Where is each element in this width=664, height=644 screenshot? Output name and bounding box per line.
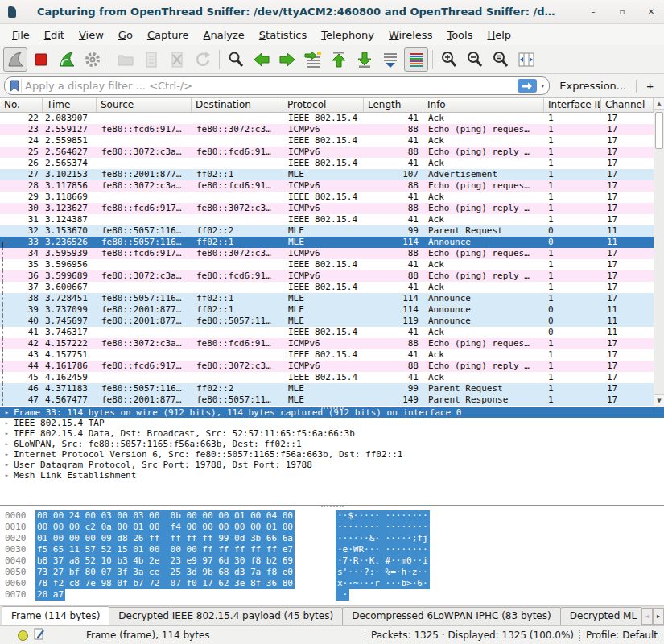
byte-view-tab[interactable]: Decrypted ML: [560, 607, 641, 625]
zoom-out-icon[interactable]: [463, 47, 487, 72]
profile-status[interactable]: Profile: Default: [586, 630, 658, 641]
stop-capture-icon[interactable]: [29, 47, 53, 72]
packet-row[interactable]: 26 2.565374 IEEE 802.15.4 41 Ack 1 17: [0, 158, 654, 169]
auto-scroll-icon[interactable]: [378, 47, 402, 72]
pane-splitter[interactable]: [321, 506, 344, 507]
hex-line[interactable]: 0050 73 27 bf 80 07 3f 3a ce 25 3d 9b 68…: [0, 567, 664, 578]
menu-item[interactable]: Wireless: [381, 27, 439, 43]
column-no[interactable]: No.: [0, 98, 43, 112]
close-icon[interactable]: ✕: [646, 7, 656, 16]
packet-row[interactable]: 44 4.161786 fe80::fcd6:917… fe80::3072:c…: [0, 361, 654, 372]
menu-item[interactable]: View: [72, 27, 111, 43]
expand-arrow-icon[interactable]: ▸: [0, 439, 14, 449]
packet-row[interactable]: 30 3.123627 fe80::fcd6:917… fe80::3072:c…: [0, 203, 654, 214]
expand-arrow-icon[interactable]: ▸: [0, 418, 14, 428]
detail-line[interactable]: ▸ User Datagram Protocol, Src Port: 1978…: [0, 460, 664, 470]
display-filter-field[interactable]: ▾: [4, 76, 550, 95]
packet-row[interactable]: 42 4.157222 fe80::3072:c3a… fe80::fcd6:9…: [0, 338, 654, 349]
expand-arrow-icon[interactable]: ▸: [0, 428, 14, 439]
packet-row[interactable]: 25 2.564627 fe80::3072:c3a… fe80::fcd6:9…: [0, 147, 654, 158]
column-channel[interactable]: Channel: [601, 98, 654, 112]
capture-comment-icon[interactable]: [34, 628, 45, 642]
byte-view-tab[interactable]: Decompressed 6LoWPAN IPHC (83 bytes): [342, 607, 561, 625]
hex-line[interactable]: 0040 b8 37 a8 52 10 b3 4b 2e 23 e9 97 6d…: [0, 555, 664, 567]
go-to-bottom-icon[interactable]: [353, 47, 377, 72]
scrollbar-thumb[interactable]: [655, 112, 663, 149]
menu-item[interactable]: Edit: [37, 27, 72, 43]
add-filter-button[interactable]: +: [641, 79, 660, 93]
column-interface-id[interactable]: Interface ID: [544, 98, 601, 112]
hex-line[interactable]: 0000 00 00 24 00 03 00 03 00 0b 00 00 00…: [0, 510, 664, 522]
go-to-packet-icon[interactable]: [301, 47, 325, 72]
filter-bookmark-icon[interactable]: [7, 79, 22, 93]
packet-row[interactable]: 31 3.124387 IEEE 802.15.4 41 Ack 1 17: [0, 214, 654, 225]
column-protocol[interactable]: Protocol: [283, 98, 364, 112]
detail-line[interactable]: ▸ IEEE 802.15.4 Data, Dst: Broadcast, Sr…: [0, 428, 664, 439]
packet-row[interactable]: 39 3.737099 fe80::2001:877… ff02::1 MLE …: [0, 304, 654, 316]
hex-line[interactable]: 0060 78 f2 c8 7e 98 0f b7 72 07 f0 17 62…: [0, 578, 664, 589]
packet-row[interactable]: 22 2.083907 IEEE 802.15.4 41 Ack 1 17: [0, 113, 654, 124]
close-file-icon[interactable]: [165, 47, 189, 72]
packet-row[interactable]: 33 3.236526 fe80::5057:116… ff02::1 MLE …: [0, 237, 654, 248]
packet-row[interactable]: 34 3.595939 fe80::fcd6:917… fe80::3072:c…: [0, 248, 654, 259]
maximize-icon[interactable]: ▫: [617, 7, 627, 16]
packet-row[interactable]: 35 3.596956 IEEE 802.15.4 41 Ack 1 17: [0, 259, 654, 270]
reload-file-icon[interactable]: [191, 47, 215, 72]
apply-filter-icon[interactable]: [518, 79, 537, 93]
packet-list-scrollbar[interactable]: ▲ ▼: [654, 98, 664, 407]
menu-item[interactable]: Capture: [140, 27, 196, 43]
expand-arrow-icon[interactable]: ▸: [0, 460, 14, 470]
packet-row[interactable]: 40 3.745697 fe80::2001:877… fe80::5057:1…: [0, 316, 654, 327]
scroll-down-icon[interactable]: ▼: [654, 394, 664, 407]
go-to-top-icon[interactable]: [327, 47, 351, 72]
minimize-icon[interactable]: –: [588, 7, 598, 16]
column-length[interactable]: Length: [364, 98, 423, 112]
byte-view-tab[interactable]: Frame (114 bytes): [2, 606, 109, 625]
find-packet-magnifier-icon[interactable]: [224, 47, 248, 72]
colorize-packets-icon[interactable]: [404, 47, 428, 72]
tab-scroll-left-icon[interactable]: ◂: [641, 608, 653, 625]
hex-line[interactable]: 0070 20 a7 ·: [0, 589, 664, 601]
packet-row[interactable]: 43 4.157751 IEEE 802.15.4 41 Ack 1 17: [0, 349, 654, 361]
packet-row[interactable]: 37 3.600667 IEEE 802.15.4 41 Ack 1 17: [0, 282, 654, 293]
expand-arrow-icon[interactable]: ▸: [0, 449, 14, 460]
shark-fin-capture-icon[interactable]: [3, 47, 27, 72]
packet-row[interactable]: 28 3.117856 fe80::3072:c3a… fe80::fcd6:9…: [0, 180, 654, 192]
byte-view-tab[interactable]: Decrypted IEEE 802.15.4 payload (45 byte…: [109, 607, 343, 625]
filter-history-caret-icon[interactable]: ▾: [539, 82, 546, 89]
open-file-folder-icon[interactable]: [113, 47, 138, 72]
expression-button[interactable]: Expression...: [555, 80, 631, 92]
packet-row[interactable]: 41 3.746317 IEEE 802.15.4 41 Ack 0 11: [0, 327, 654, 338]
menu-item[interactable]: Telephony: [314, 27, 381, 43]
pane-splitter[interactable]: [321, 407, 344, 409]
display-filter-input[interactable]: [25, 80, 518, 92]
detail-line[interactable]: ▸ 6LoWPAN, Src: fe80::5057:1165:f56a:663…: [0, 439, 664, 449]
column-info[interactable]: Info: [423, 98, 544, 112]
zoom-in-icon[interactable]: [437, 47, 461, 72]
packet-row[interactable]: 47 4.567477 fe80::2001:877… fe80::5057:1…: [0, 394, 654, 406]
scroll-up-icon[interactable]: ▲: [654, 98, 664, 110]
expand-arrow-icon[interactable]: ▸: [0, 407, 14, 418]
menu-item[interactable]: Tools: [439, 27, 480, 43]
menu-item[interactable]: Go: [111, 27, 140, 43]
detail-line[interactable]: ▸ IEEE 802.15.4 TAP: [0, 418, 664, 428]
hex-line[interactable]: 0020 01 00 00 00 09 d8 26 ff ff ff ff 99…: [0, 533, 664, 544]
packet-row[interactable]: 27 3.102153 fe80::2001:877… ff02::1 MLE …: [0, 169, 654, 180]
detail-line[interactable]: ▸ Internet Protocol Version 6, Src: fe80…: [0, 449, 664, 460]
packet-row[interactable]: 24 2.559851 IEEE 802.15.4 41 Ack 1 17: [0, 135, 654, 147]
packet-row[interactable]: 38 3.728451 fe80::5057:116… ff02::1 MLE …: [0, 293, 654, 304]
expert-info-icon[interactable]: [18, 630, 28, 641]
resize-columns-icon[interactable]: [514, 47, 538, 72]
column-destination[interactable]: Destination: [192, 98, 283, 112]
tab-scroll-right-icon[interactable]: ▸: [653, 608, 664, 625]
restart-capture-icon[interactable]: [55, 47, 79, 72]
packet-row[interactable]: 32 3.153670 fe80::5057:116… ff02::2 MLE …: [0, 225, 654, 237]
packet-row[interactable]: 46 4.371183 fe80::5057:116… ff02::2 MLE …: [0, 383, 654, 394]
capture-options-gear-icon[interactable]: [80, 47, 105, 72]
menu-item[interactable]: Statistics: [252, 27, 314, 43]
packet-row[interactable]: 36 3.599689 fe80::3072:c3a… fe80::fcd6:9…: [0, 270, 654, 282]
packet-row[interactable]: 23 2.559127 fe80::fcd6:917… fe80::3072:c…: [0, 124, 654, 135]
menu-item[interactable]: File: [5, 27, 37, 43]
packet-row[interactable]: 29 3.118669 IEEE 802.15.4 41 Ack 1 17: [0, 192, 654, 203]
hex-line[interactable]: 0030 f5 65 11 57 52 15 01 00 00 00 ff ff…: [0, 544, 664, 555]
